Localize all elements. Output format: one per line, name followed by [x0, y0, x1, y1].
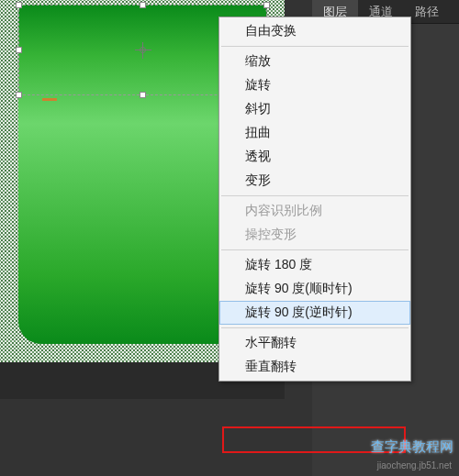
menu-item-7[interactable]: 变形	[219, 169, 410, 193]
menu-item-17[interactable]: 垂直翻转	[219, 355, 410, 379]
menu-separator	[221, 46, 409, 47]
transform-center-icon[interactable]	[135, 42, 151, 59]
transform-handle-left[interactable]	[16, 47, 22, 53]
menu-item-0[interactable]: 自由变换	[219, 19, 410, 43]
transform-handle-bottom[interactable]	[140, 92, 146, 98]
menu-item-12[interactable]: 旋转 180 度	[219, 253, 410, 277]
menu-item-13[interactable]: 旋转 90 度(顺时针)	[219, 277, 410, 301]
menu-item-16[interactable]: 水平翻转	[219, 331, 410, 355]
menu-separator	[221, 327, 409, 328]
menu-item-9: 内容识别比例	[219, 199, 410, 223]
menu-item-10: 操控变形	[219, 223, 410, 247]
transform-context-menu: 自由变换缩放旋转斜切扭曲透视变形内容识别比例操控变形旋转 180 度旋转 90 …	[218, 17, 411, 382]
menu-item-3[interactable]: 旋转	[219, 73, 410, 97]
menu-item-6[interactable]: 透视	[219, 145, 410, 169]
menu-item-2[interactable]: 缩放	[219, 50, 410, 73]
transform-handle-top[interactable]	[140, 2, 146, 8]
menu-item-14[interactable]: 旋转 90 度(逆时针)	[219, 301, 410, 325]
transform-handle-top-right[interactable]	[263, 2, 270, 8]
transform-handle-top-left[interactable]	[16, 2, 22, 8]
path-anchor-icon	[42, 98, 57, 101]
menu-separator	[221, 249, 409, 250]
menu-item-4[interactable]: 斜切	[219, 97, 410, 121]
transform-handle-bottom-left[interactable]	[16, 92, 22, 98]
menu-separator	[221, 195, 409, 196]
menu-item-5[interactable]: 扭曲	[219, 121, 410, 145]
